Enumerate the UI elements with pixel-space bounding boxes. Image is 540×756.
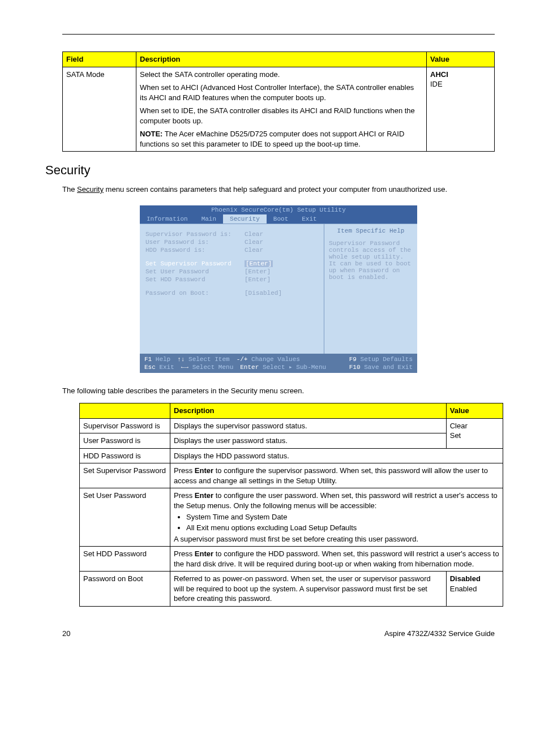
bios-usr-lbl: User Password is: <box>145 239 245 246</box>
f9-key: F9 <box>349 356 357 363</box>
desc-note: NOTE: The Acer eMachine D525/D725 comput… <box>140 129 423 149</box>
page-footer: 20 Aspire 4732Z/4332 Service Guide <box>62 629 495 638</box>
r7-disabled: Disabled <box>450 574 499 584</box>
enter-key: Enter <box>240 364 259 371</box>
r3-c2: Displays the HDD password status. <box>170 448 503 463</box>
table-row: Set HDD Password Press Enter to configur… <box>80 547 503 572</box>
table-row: Supervisor Password is Displays the supe… <box>80 418 503 433</box>
r5-enter: Enter <box>195 491 213 500</box>
params-header-desc: Description <box>170 403 447 419</box>
bios-hdd-val: Clear <box>245 247 263 254</box>
bios-help-text: Supervisor Password controls access of t… <box>329 240 413 281</box>
security-intro: The Security menu screen contains parame… <box>62 184 495 195</box>
note-text: The Acer eMachine D525/D725 computer doe… <box>140 130 404 148</box>
r6-pre: Press <box>174 549 195 558</box>
select-menu: Select Menu <box>192 364 234 371</box>
description-cell: Select the SATA controller operating mod… <box>136 67 427 152</box>
f1-key: F1 <box>144 356 152 363</box>
params-header-blank <box>80 403 170 419</box>
r7-c2: Referred to as power-on password. When s… <box>170 572 447 607</box>
r2-c1: User Password is <box>80 433 170 449</box>
r1-c1: Supervisor Password is <box>80 418 170 433</box>
tab-information: Information <box>140 214 195 224</box>
r5-post: to configure the user password. When set… <box>174 491 498 510</box>
note-label: NOTE: <box>140 130 162 138</box>
val-set: Set <box>450 431 499 441</box>
guide-title: Aspire 4732Z/4332 Service Guide <box>384 629 495 638</box>
intro-post: menu screen contains parameters that hel… <box>104 185 447 194</box>
r4-enter: Enter <box>195 466 213 475</box>
table-row: Set User Password Press Enter to configu… <box>80 488 503 547</box>
r1-c2: Displays the supervisor password status. <box>170 418 447 433</box>
r6-c1: Set HDD Password <box>80 547 170 572</box>
r6-enter: Enter <box>195 549 213 558</box>
r5-c1: Set User Password <box>80 488 170 547</box>
bios-help-panel: Item Specific Help Supervisor Password c… <box>324 224 417 354</box>
value-ahci: AHCI <box>430 70 491 80</box>
pm-key: -/+ <box>237 356 248 363</box>
sata-mode-table: Field Description Value SATA Mode Select… <box>62 51 495 152</box>
intro-link: Security <box>77 185 104 194</box>
arrows-h: ←→ <box>181 364 188 371</box>
r4-pre: Press <box>174 466 195 475</box>
f1-label: Help <box>156 356 170 363</box>
esc-key: Esc <box>144 364 156 371</box>
r7-c1: Password on Boot <box>80 572 170 607</box>
params-header-value: Value <box>446 403 503 419</box>
submenu-label: ▸ Sub-Menu <box>289 364 326 371</box>
field-cell: SATA Mode <box>63 67 136 152</box>
table-row: SATA Mode Select the SATA controller ope… <box>63 67 495 152</box>
r5-b1: System Time and System Date <box>186 512 499 522</box>
table-row: Password on Boot Referred to as power-on… <box>80 572 503 607</box>
select-item: Select Item <box>188 356 230 363</box>
val-clear: Clear <box>450 421 499 431</box>
r5-pre: Press <box>174 491 195 500</box>
header-description: Description <box>136 52 427 67</box>
tab-boot: Boot <box>267 214 295 224</box>
value-ide: IDE <box>430 79 491 89</box>
r5-b2: All Exit menu options excluding Load Set… <box>186 523 499 533</box>
tab-main: Main <box>195 214 223 224</box>
bios-setsup-val: [Enter] <box>245 260 273 267</box>
bios-setsup-lbl: Set Supervisor Password <box>145 260 245 267</box>
tab-security: Security <box>223 214 267 224</box>
save-exit: Save and Exit <box>364 364 413 371</box>
bios-sethdd-lbl: Set HDD Password <box>145 276 245 283</box>
table-row: Set Supervisor Password Press Enter to c… <box>80 463 503 488</box>
bios-screenshot: Phoenix SecureCore(tm) Setup Utility Inf… <box>140 205 417 373</box>
r4-c1: Set Supervisor Password <box>80 463 170 488</box>
header-field: Field <box>63 52 136 67</box>
setup-defaults: Setup Defaults <box>361 356 413 363</box>
params-intro: The following table describes the parame… <box>62 386 495 395</box>
r1-c3: Clear Set <box>446 418 503 448</box>
value-cell: AHCI IDE <box>427 67 495 152</box>
bios-pob-lbl: Password on Boot: <box>145 290 245 297</box>
r4-post: to configure the supervisor password. Wh… <box>174 466 488 485</box>
r6-c2: Press Enter to configure the HDD passwor… <box>170 547 503 572</box>
select-label: Select <box>263 364 285 371</box>
desc-p2: When set to AHCI (Advanced Host Controll… <box>140 83 423 102</box>
bios-main-panel: Supervisor Password is:Clear User Passwo… <box>140 224 324 354</box>
r7-c3: Disabled Enabled <box>446 572 503 607</box>
arrows-v: ↑↓ <box>177 356 185 363</box>
table-row: HDD Password is Displays the HDD passwor… <box>80 448 503 463</box>
tab-exit: Exit <box>295 214 323 224</box>
params-table: Description Value Supervisor Password is… <box>79 403 503 607</box>
table-row: User Password is Displays the user passw… <box>80 433 503 449</box>
header-value: Value <box>427 52 495 67</box>
bios-setusr-lbl: Set User Password <box>145 268 245 275</box>
exit-label: Exit <box>159 364 174 371</box>
bios-body: Supervisor Password is:Clear User Passwo… <box>140 224 417 354</box>
bios-hdd-lbl: HDD Password is: <box>145 247 245 254</box>
bios-tabs: Information Main Security Boot Exit <box>140 214 417 224</box>
bios-title: Phoenix SecureCore(tm) Setup Utility <box>140 205 417 214</box>
bios-sup-val: Clear <box>245 231 263 238</box>
r6-post: to configure the HDD password. When set,… <box>174 549 499 568</box>
r3-c1: HDD Password is <box>80 448 170 463</box>
desc-p3: When set to IDE, the SATA controller dis… <box>140 106 423 126</box>
r7-enabled: Enabled <box>450 584 499 594</box>
intro-pre: The <box>62 185 77 194</box>
f10-key: F10 <box>349 364 361 371</box>
bios-footer: F1 Help ↑↓ Select Item -/+ Change Values… <box>140 354 417 373</box>
security-heading: Security <box>45 163 495 178</box>
